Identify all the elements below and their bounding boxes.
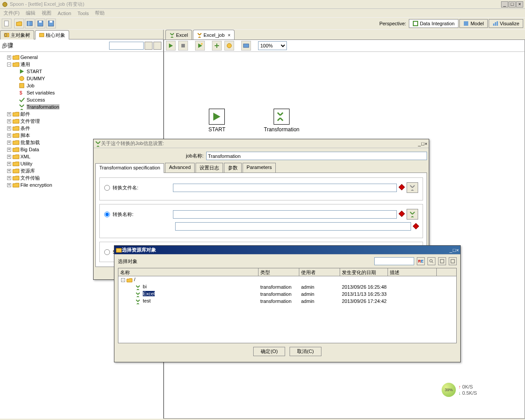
preview-button[interactable] <box>195 41 205 51</box>
tree-node[interactable]: Job <box>1 82 162 89</box>
search-button[interactable] <box>427 257 435 265</box>
expand-icon[interactable]: + <box>7 183 11 187</box>
menu-item[interactable]: 编辑 <box>23 9 38 17</box>
tree-node[interactable]: +脚本 <box>1 132 162 139</box>
perspective-model[interactable]: Model <box>459 19 488 28</box>
trans-dir-input[interactable] <box>175 222 411 231</box>
col-name[interactable]: 名称 <box>118 268 259 276</box>
tree-node[interactable]: $Set variables <box>1 89 162 96</box>
tree-node[interactable]: +条件 <box>1 125 162 132</box>
canvas-tab[interactable]: Excel <box>165 30 192 39</box>
tree-node[interactable]: Transformation <box>1 103 162 110</box>
steps-search-input[interactable] <box>109 42 144 50</box>
dialog-minimize-button[interactable]: _ <box>418 141 421 146</box>
expand-icon[interactable]: + <box>7 119 11 123</box>
expand-icon[interactable]: + <box>7 133 11 137</box>
expand-icon[interactable]: + <box>7 126 11 130</box>
sidebar-tab-core-objects[interactable]: 核心对象 <box>35 30 69 39</box>
open-button[interactable] <box>14 19 24 28</box>
dialog-tab[interactable]: Parameters <box>243 163 276 173</box>
expand-all-button[interactable] <box>145 42 153 50</box>
col-desc[interactable]: 描述 <box>388 268 437 276</box>
dialog-maximize-button[interactable]: □ <box>453 247 456 253</box>
sidebar-tab-main-tree[interactable]: 主对象树 <box>0 30 34 39</box>
job-name-input[interactable] <box>206 152 427 160</box>
save-as-button[interactable] <box>46 19 56 28</box>
browse-file-button[interactable] <box>407 182 418 193</box>
close-button[interactable]: × <box>516 1 523 8</box>
col-date[interactable]: 发生变化的日期 <box>340 268 388 276</box>
expand-icon[interactable]: + <box>7 55 11 59</box>
run-button[interactable] <box>166 41 176 51</box>
repository-grid[interactable]: 名称 类型 使用者 发生变化的日期 描述 - / bitransformatio… <box>118 268 457 343</box>
menu-item[interactable]: 帮助 <box>92 9 107 17</box>
window-title: Spoon - [kettle] Excel_job (有变动) <box>10 1 501 8</box>
expand-icon[interactable]: + <box>7 176 11 180</box>
dialog-close-button[interactable]: × <box>456 247 459 253</box>
tree-node[interactable]: Success <box>1 96 162 103</box>
tree-node[interactable]: -通用 <box>1 61 162 68</box>
expand-icon[interactable]: + <box>7 141 11 145</box>
maximize-button[interactable]: □ <box>509 1 516 8</box>
dialog-close-button[interactable]: × <box>425 141 427 146</box>
repo-row[interactable]: bitransformationadmin2013/09/26 16:25:48 <box>118 283 456 290</box>
tree-node[interactable]: +General <box>1 54 162 61</box>
menu-item[interactable]: Tools <box>75 10 92 17</box>
trans-name-input[interactable] <box>173 210 397 219</box>
radio-trans-file[interactable] <box>104 185 110 191</box>
expand-button[interactable] <box>438 257 446 265</box>
canvas-node-start[interactable]: START <box>208 109 225 133</box>
repo-row[interactable]: testtransformationadmin2013/09/26 17:24:… <box>118 298 456 305</box>
replay-button[interactable] <box>224 41 234 51</box>
tree-node[interactable]: +邮件 <box>1 110 162 118</box>
dialog-maximize-button[interactable]: □ <box>421 141 424 146</box>
ok-button[interactable]: 确定(O) <box>253 347 285 356</box>
repo-root-row[interactable]: - / <box>118 276 456 283</box>
save-button[interactable] <box>35 19 45 28</box>
collapse-all-button[interactable] <box>153 42 161 50</box>
browse-repo-button[interactable] <box>407 209 418 220</box>
dialog-minimize-button[interactable]: _ <box>450 247 452 253</box>
dialog-tab[interactable]: Advanced <box>165 163 195 173</box>
expand-icon[interactable]: + <box>7 148 11 152</box>
tree-node[interactable]: DUMMY <box>1 75 162 82</box>
sql-button[interactable] <box>241 41 251 51</box>
col-user[interactable]: 使用者 <box>299 268 340 276</box>
dialog-tab[interactable]: Transformation specification <box>95 163 164 173</box>
filter-input[interactable] <box>374 257 414 265</box>
canvas-tab[interactable]: Excel_job× <box>193 30 235 39</box>
pause-button[interactable] <box>178 41 188 51</box>
explore-button[interactable] <box>25 19 35 28</box>
debug-button[interactable] <box>212 41 222 51</box>
dialog-tab[interactable]: 参数 <box>224 163 242 173</box>
minimize-button[interactable]: _ <box>501 1 508 8</box>
collapse-button[interactable] <box>449 257 457 265</box>
repo-row[interactable]: Exceltransformationadmin2013/11/13 16:25… <box>118 290 456 298</box>
regex-button[interactable]: RE <box>417 257 425 265</box>
close-tab-icon[interactable]: × <box>228 32 231 38</box>
trans-file-input[interactable] <box>173 184 397 192</box>
dialog-tab[interactable]: 设置日志 <box>196 163 223 173</box>
perspective-data-integration[interactable]: Data Integration <box>409 19 458 28</box>
expand-icon[interactable]: - <box>7 63 11 67</box>
col-type[interactable]: 类型 <box>259 268 299 276</box>
menu-item[interactable]: 视图 <box>39 9 54 17</box>
expand-icon[interactable]: + <box>7 112 11 116</box>
expand-icon[interactable]: + <box>7 162 11 166</box>
expand-icon[interactable]: + <box>7 155 11 159</box>
tree-node[interactable]: +文件管理 <box>1 118 162 125</box>
perspective-visualize[interactable]: Visualize <box>489 19 523 28</box>
canvas-node-transformation[interactable]: Transformation <box>264 109 299 133</box>
cancel-button[interactable]: 取消(C) <box>290 347 321 356</box>
expand-icon[interactable]: + <box>7 169 11 173</box>
svg-point-21 <box>227 43 231 48</box>
radio-trans-name[interactable] <box>104 212 110 217</box>
tree-node[interactable]: START <box>1 68 162 75</box>
new-button[interactable] <box>2 19 12 28</box>
menu-item[interactable]: Action <box>55 10 74 17</box>
radio-spec-reference[interactable] <box>104 249 110 255</box>
start-icon <box>19 68 26 75</box>
svg-rect-17 <box>20 83 24 88</box>
menu-item[interactable]: 文件(F) <box>1 9 22 17</box>
zoom-select[interactable]: 100% <box>258 41 287 50</box>
